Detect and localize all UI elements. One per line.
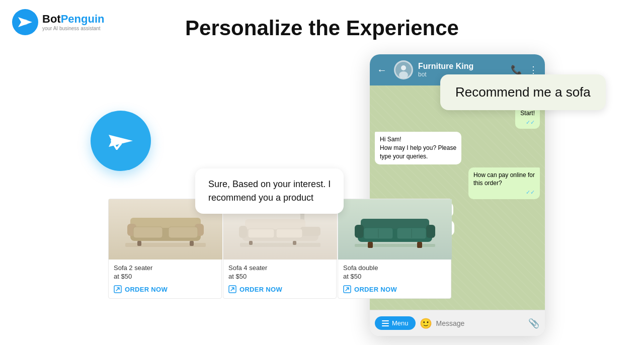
chat-header-icons: 📞 ⋮ bbox=[511, 64, 538, 75]
svg-rect-13 bbox=[137, 241, 141, 246]
product-info-2: Sofa 4 seater at $50 bbox=[223, 260, 336, 282]
msg-text: Start! bbox=[520, 109, 535, 118]
message-input[interactable] bbox=[436, 319, 524, 327]
msg-time: ✓✓ bbox=[520, 119, 535, 126]
page-title: Personalize the Experience bbox=[0, 16, 644, 40]
msg-outgoing-pay: How can pay online for this order? ✓✓ bbox=[468, 167, 540, 199]
recommend-bubble: Recommend me a sofa bbox=[440, 74, 606, 110]
chat-input-bar: Menu 🙂 📎 🎙 bbox=[370, 310, 545, 336]
product-name-2: Sofa 4 seater bbox=[228, 264, 331, 273]
svg-rect-11 bbox=[133, 227, 163, 238]
product-order-3[interactable]: ORDER NOW bbox=[338, 282, 451, 298]
svg-point-41 bbox=[401, 65, 406, 70]
product-name-1: Sofa 2 seater bbox=[114, 264, 216, 273]
svg-rect-20 bbox=[245, 219, 305, 229]
sure-bubble: Sure, Based on your interest. Irecommend… bbox=[195, 168, 344, 214]
msg-time: ✓✓ bbox=[473, 189, 535, 196]
svg-rect-45 bbox=[382, 325, 389, 326]
svg-rect-8 bbox=[130, 218, 201, 228]
svg-rect-43 bbox=[382, 320, 389, 321]
order-link-2[interactable]: ORDER NOW bbox=[239, 286, 282, 293]
input-icons: 📎 🎙 bbox=[528, 318, 545, 329]
svg-rect-30 bbox=[361, 219, 429, 229]
telegram-icon bbox=[91, 111, 151, 171]
more-icon[interactable]: ⋮ bbox=[529, 64, 538, 75]
product-price-3: at $50 bbox=[343, 273, 446, 280]
svg-rect-21 bbox=[300, 227, 320, 236]
svg-rect-23 bbox=[248, 229, 274, 238]
attachment-icon[interactable]: 📎 bbox=[528, 318, 539, 329]
svg-rect-36 bbox=[417, 242, 422, 248]
svg-rect-12 bbox=[169, 227, 198, 238]
chat-avatar bbox=[394, 60, 413, 79]
product-info-3: Sofa double at $50 bbox=[338, 260, 451, 282]
svg-rect-31 bbox=[355, 225, 364, 238]
order-link-3[interactable]: ORDER NOW bbox=[354, 286, 397, 293]
product-order-2[interactable]: ORDER NOW bbox=[223, 282, 336, 298]
svg-rect-22 bbox=[239, 226, 247, 238]
svg-rect-32 bbox=[426, 225, 435, 238]
menu-label: Menu bbox=[392, 319, 409, 327]
product-order-1[interactable]: ORDER NOW bbox=[109, 282, 221, 298]
product-name-3: Sofa double bbox=[343, 264, 446, 273]
msg-incoming-hi: Hi Sam! How may I help you? Please type … bbox=[375, 132, 461, 164]
phone-icon[interactable]: 📞 bbox=[511, 64, 522, 75]
product-info-1: Sofa 2 seater at $50 bbox=[109, 260, 221, 282]
svg-rect-28 bbox=[355, 244, 435, 247]
menu-button[interactable]: Menu bbox=[375, 316, 416, 330]
svg-rect-44 bbox=[382, 323, 389, 324]
product-price-1: at $50 bbox=[114, 273, 216, 280]
product-price-2: at $50 bbox=[228, 273, 331, 280]
product-card-3: Sofa double at $50 ORDER NOW bbox=[338, 199, 451, 299]
svg-rect-35 bbox=[368, 242, 373, 248]
product-image-3 bbox=[338, 199, 452, 260]
emoji-icon[interactable]: 🙂 bbox=[420, 317, 432, 329]
chat-name: Furniture King bbox=[418, 62, 506, 71]
svg-rect-14 bbox=[190, 241, 194, 246]
svg-rect-24 bbox=[276, 229, 302, 238]
msg-text: How can pay online for this order? bbox=[473, 171, 535, 188]
svg-rect-25 bbox=[249, 241, 253, 245]
order-link-1[interactable]: ORDER NOW bbox=[125, 286, 168, 293]
svg-rect-26 bbox=[293, 241, 296, 245]
msg-text: Hi Sam! How may I help you? Please type … bbox=[380, 135, 456, 160]
back-icon[interactable]: ← bbox=[377, 64, 387, 76]
